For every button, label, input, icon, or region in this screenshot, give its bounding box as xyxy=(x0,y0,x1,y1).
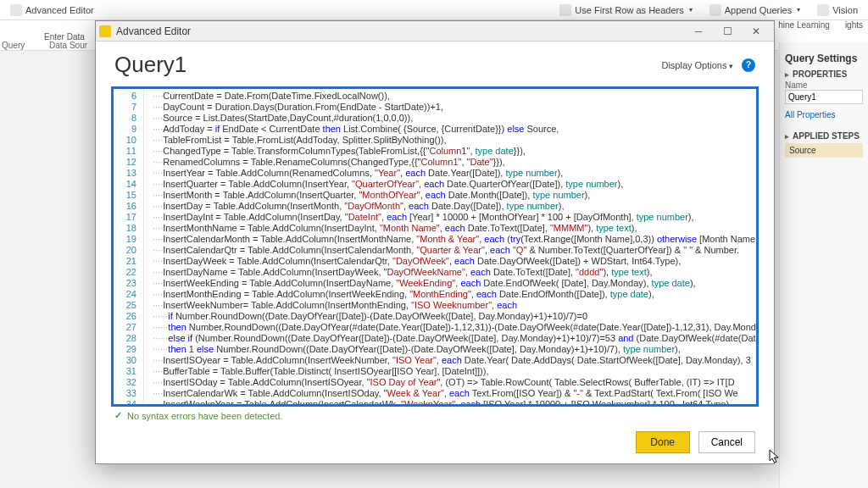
append-icon xyxy=(709,4,721,16)
titlebar[interactable]: Advanced Editor ─ ☐ ✕ xyxy=(96,21,774,42)
cancel-button[interactable]: Cancel xyxy=(698,431,755,453)
window-title: Advanced Editor xyxy=(116,25,191,37)
append-queries[interactable]: Append Queries▾ xyxy=(704,4,806,16)
ribbon-label: Append Queries xyxy=(725,5,793,15)
applied-step-source[interactable]: Source xyxy=(785,143,863,158)
display-options-dropdown[interactable]: Display Options xyxy=(661,60,733,70)
done-button[interactable]: Done xyxy=(636,431,690,453)
ribbon-label: hine Learning xyxy=(778,20,830,30)
table-icon xyxy=(559,4,571,16)
query-group-label: Query xyxy=(2,41,25,50)
line-gutter: 6789101112131415161718192021222324252627… xyxy=(114,89,144,404)
close-button[interactable]: ✕ xyxy=(742,23,771,40)
all-properties-link[interactable]: All Properties xyxy=(785,110,835,119)
ribbon-top: Advanced Editor Use First Row as Headers… xyxy=(0,0,868,20)
code-editor[interactable]: 6789101112131415161718192021222324252627… xyxy=(111,86,759,407)
code-area[interactable]: ····CurrentDate = Date.From(DateTime.Fix… xyxy=(144,89,756,404)
query-settings-pane: Query Settings PROPERTIES Name All Prope… xyxy=(779,42,868,488)
help-icon[interactable]: ? xyxy=(742,58,755,72)
advanced-editor-dialog: Advanced Editor ─ ☐ ✕ Query1 Display Opt… xyxy=(95,20,775,464)
insights-group-cut: ights xyxy=(845,20,863,30)
ribbon-label: Advanced Editor xyxy=(25,5,94,15)
powerbi-icon xyxy=(99,25,111,37)
ribbon-label: Use First Row as Headers xyxy=(575,5,683,15)
syntax-status: No syntax errors have been detected. xyxy=(96,407,774,424)
maximize-button[interactable]: ☐ xyxy=(713,23,742,40)
query-name-input[interactable] xyxy=(785,90,863,104)
page-icon xyxy=(10,4,22,16)
properties-section[interactable]: PROPERTIES xyxy=(785,69,863,79)
minimize-button[interactable]: ─ xyxy=(684,23,713,40)
query-heading: Query1 xyxy=(114,52,186,78)
status-text: No syntax errors have been detected. xyxy=(127,411,282,421)
dialog-buttons: Done Cancel xyxy=(96,424,774,463)
query-settings-title: Query Settings xyxy=(785,53,863,64)
ribbon-label: Vision xyxy=(832,5,858,15)
ribbon-advanced-editor[interactable]: Advanced Editor xyxy=(5,4,99,16)
ribbon-label: ights xyxy=(845,20,863,30)
ml-group-cut: hine Learning xyxy=(778,20,830,30)
name-label: Name xyxy=(785,80,863,90)
vision[interactable]: Vision xyxy=(812,4,863,16)
data-sources-label: Data Sour xyxy=(49,41,87,50)
close-load-group[interactable] xyxy=(5,20,29,32)
eye-icon xyxy=(817,4,829,16)
applied-steps-section[interactable]: APPLIED STEPS xyxy=(785,131,863,141)
modal-header: Query1 Display Options ? xyxy=(96,42,774,83)
use-first-row-headers[interactable]: Use First Row as Headers▾ xyxy=(554,4,697,16)
enter-data-group[interactable]: Enter Data xyxy=(44,20,85,42)
